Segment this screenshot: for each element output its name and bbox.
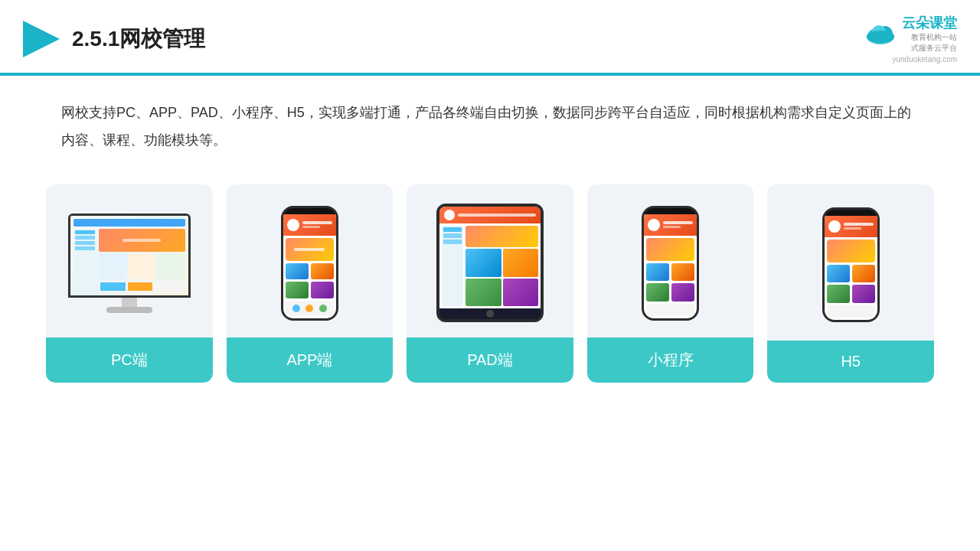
cloud-icon xyxy=(864,21,897,46)
play-icon xyxy=(23,21,60,57)
svg-marker-0 xyxy=(23,21,60,57)
card-h5-image xyxy=(767,184,934,341)
card-pad: PAD端 xyxy=(407,184,573,383)
description-paragraph: 网校支持PC、APP、PAD、小程序、H5，实现多端打通，产品各终端自由切换，数… xyxy=(61,99,919,154)
h5-phone-mockup xyxy=(822,207,880,322)
card-pc-label: PC端 xyxy=(46,337,213,383)
logo-tagline: 教育机构一站式服务云平台 xyxy=(902,32,957,54)
pc-mockup xyxy=(68,214,191,313)
brand: 云朵课堂 教育机构一站式服务云平台 xyxy=(864,14,957,54)
cards-container: PC端 xyxy=(0,161,980,406)
card-h5: H5 xyxy=(767,184,934,383)
header-left: 2.5.1网校管理 xyxy=(23,21,205,57)
card-miniprogram-image xyxy=(587,184,754,337)
card-app-image xyxy=(227,184,394,337)
logo-name: 云朵课堂 xyxy=(902,14,957,32)
card-miniprogram: 小程序 xyxy=(587,184,754,383)
svg-point-5 xyxy=(867,31,894,43)
logo-url: yunduoketang.com xyxy=(892,55,957,64)
card-miniprogram-label: 小程序 xyxy=(587,337,754,383)
card-app-label: APP端 xyxy=(227,337,394,383)
description-text: 网校支持PC、APP、PAD、小程序、H5，实现多端打通，产品各终端自由切换，数… xyxy=(0,76,980,161)
page-title: 2.5.1网校管理 xyxy=(72,24,205,54)
card-pad-label: PAD端 xyxy=(407,337,573,383)
app-phone-mockup xyxy=(281,206,338,321)
card-h5-label: H5 xyxy=(767,341,934,383)
miniprogram-phone-mockup xyxy=(642,206,699,321)
header-divider xyxy=(0,73,980,74)
logo-area: 云朵课堂 教育机构一站式服务云平台 yunduoketang.com xyxy=(864,14,957,64)
card-app: APP端 xyxy=(227,184,394,383)
page-header: 2.5.1网校管理 云朵课堂 教育机构一站式服务云平台 yunduoketang… xyxy=(0,0,980,76)
card-pc-image xyxy=(46,184,213,337)
card-pc: PC端 xyxy=(46,184,213,383)
pc-screen xyxy=(68,214,191,298)
pad-mockup xyxy=(436,204,544,322)
card-pad-image xyxy=(407,184,573,337)
